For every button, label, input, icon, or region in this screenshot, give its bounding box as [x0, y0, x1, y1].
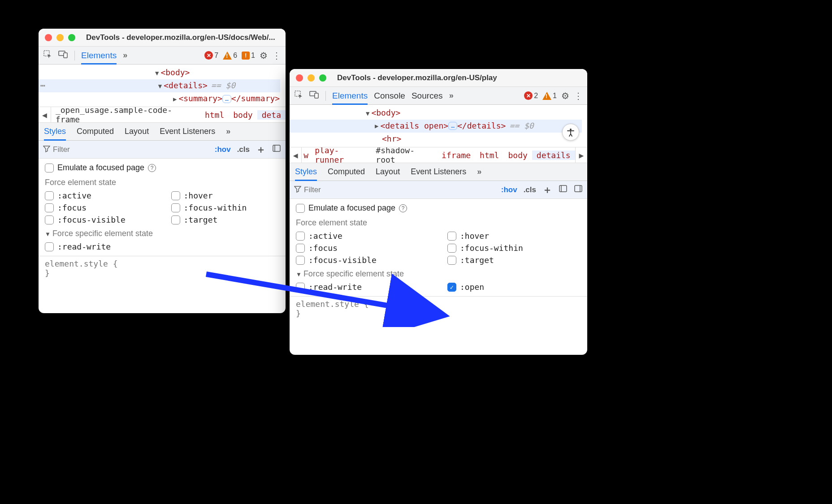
minimize-window-button[interactable] — [308, 74, 315, 82]
settings-icon[interactable]: ⚙ — [561, 90, 569, 101]
state-hover[interactable]: :hover — [447, 231, 581, 241]
breadcrumb-html[interactable]: html — [475, 151, 503, 160]
subtab-listeners[interactable]: Event Listeners — [411, 167, 466, 177]
expand-icon[interactable]: ▼ — [366, 110, 369, 117]
hov-button[interactable]: :hov — [215, 145, 231, 154]
dom-selected-row[interactable]: ▶<details open>…</details>== $0 — [290, 120, 582, 133]
tab-sources[interactable]: Sources — [412, 91, 443, 101]
state-focus-visible[interactable]: :focus-visible — [296, 255, 429, 265]
dom-tree[interactable]: ▼<body> ▶<details open>…</details>== $0 … — [290, 105, 587, 147]
breadcrumb-details[interactable]: details — [532, 151, 575, 160]
cls-button[interactable]: .cls — [237, 145, 250, 154]
device-toolbar-icon[interactable] — [309, 90, 319, 101]
warnings-badge[interactable]: 6 — [223, 52, 237, 60]
breadcrumb-item[interactable]: w — [302, 151, 310, 160]
breadcrumb-shadow-root[interactable]: #shadow-root — [371, 147, 437, 163]
emulate-focused-checkbox[interactable] — [296, 204, 305, 213]
inspect-element-icon[interactable] — [43, 50, 52, 61]
checkbox[interactable] — [296, 256, 305, 265]
cls-button[interactable]: .cls — [524, 185, 536, 194]
more-tabs-button[interactable]: » — [123, 51, 127, 60]
breadcrumb-details[interactable]: deta — [257, 110, 286, 120]
subtab-layout[interactable]: Layout — [125, 127, 149, 136]
inspect-element-icon[interactable] — [294, 90, 303, 101]
emulate-focused-checkbox[interactable] — [45, 164, 54, 172]
collapse-icon[interactable]: ▼ — [45, 231, 51, 237]
issues-badge[interactable]: !1 — [242, 52, 255, 60]
errors-badge[interactable]: ✕2 — [524, 91, 538, 100]
settings-icon[interactable]: ⚙ — [260, 50, 268, 61]
help-icon[interactable]: ? — [148, 164, 156, 172]
checkbox[interactable] — [447, 256, 456, 265]
filter-input[interactable] — [50, 145, 215, 154]
collapse-icon[interactable]: ▼ — [296, 271, 302, 278]
checkbox[interactable] — [45, 191, 54, 200]
new-rule-icon[interactable]: ＋ — [542, 183, 552, 197]
hov-button[interactable]: :hov — [501, 185, 517, 194]
filter-input[interactable] — [301, 185, 501, 194]
dom-selected-row[interactable]: ⋯ ▼<details>== $0 — [39, 79, 280, 92]
breadcrumb-play-runner[interactable]: play-runner — [310, 147, 371, 163]
state-focus-within[interactable]: :focus-within — [171, 203, 280, 212]
breadcrumb-body[interactable]: body — [503, 151, 532, 160]
state-active[interactable]: :active — [45, 191, 153, 200]
breadcrumb-html[interactable]: html — [200, 110, 229, 120]
state-target[interactable]: :target — [171, 215, 280, 224]
more-subtabs[interactable]: » — [226, 127, 230, 136]
breadcrumb-prev[interactable]: ◀ — [290, 147, 302, 163]
state-active[interactable]: :active — [296, 231, 429, 241]
state-read-write[interactable]: :read-write — [296, 282, 429, 292]
subtab-styles[interactable]: Styles — [295, 167, 317, 181]
more-subtabs[interactable]: » — [477, 167, 481, 177]
maximize-window-button[interactable] — [68, 34, 75, 41]
subtab-styles[interactable]: Styles — [44, 127, 66, 141]
subtab-layout[interactable]: Layout — [376, 167, 400, 177]
state-focus-visible[interactable]: :focus-visible — [45, 215, 153, 224]
force-specific-state-heading[interactable]: ▼Force specific element state — [296, 269, 581, 279]
breadcrumb-item[interactable]: _open_usage.sample-code-frame — [51, 107, 200, 123]
minimize-window-button[interactable] — [56, 34, 64, 41]
force-specific-state-heading[interactable]: ▼Force specific element state — [45, 229, 279, 238]
menu-icon[interactable]: ⋮ — [272, 50, 281, 61]
menu-icon[interactable]: ⋮ — [574, 90, 583, 101]
subtab-computed[interactable]: Computed — [77, 127, 114, 136]
subtab-computed[interactable]: Computed — [328, 167, 365, 177]
breadcrumb-next[interactable]: ▶ — [575, 147, 587, 163]
tab-elements[interactable]: Elements — [81, 51, 117, 65]
breadcrumb-body[interactable]: body — [229, 110, 257, 120]
subtab-listeners[interactable]: Event Listeners — [160, 127, 215, 136]
dom-tree[interactable]: ▼<body> ⋯ ▼<details>== $0 ▶<summary>…</s… — [39, 65, 286, 107]
state-target[interactable]: :target — [447, 255, 581, 265]
errors-badge[interactable]: ✕7 — [204, 51, 218, 60]
expand-icon[interactable]: ▼ — [158, 82, 162, 90]
expand-icon[interactable]: ▶ — [375, 121, 378, 131]
checkbox[interactable] — [45, 215, 54, 224]
checkbox[interactable] — [296, 283, 305, 292]
state-hover[interactable]: :hover — [171, 191, 280, 200]
computed-toggle-icon[interactable] — [272, 144, 281, 155]
expand-icon[interactable]: ▶ — [173, 95, 177, 103]
tab-elements[interactable]: Elements — [332, 91, 368, 105]
tab-console[interactable]: Console — [374, 91, 405, 101]
close-window-button[interactable] — [296, 74, 303, 82]
checkbox[interactable] — [45, 203, 54, 212]
state-focus-within[interactable]: :focus-within — [447, 243, 581, 253]
breadcrumb-prev[interactable]: ◀ — [39, 107, 51, 122]
checkbox-checked[interactable]: ✓ — [447, 283, 456, 292]
checkbox[interactable] — [447, 232, 456, 241]
accessibility-button[interactable] — [562, 124, 579, 141]
device-toolbar-icon[interactable] — [58, 50, 68, 60]
element-style-open[interactable]: element.style { — [296, 299, 581, 309]
state-read-write[interactable]: :read-write — [45, 242, 153, 251]
checkbox[interactable] — [296, 244, 305, 253]
state-focus[interactable]: :focus — [296, 243, 429, 253]
new-rule-icon[interactable]: ＋ — [256, 143, 266, 156]
collapsed-pill[interactable]: … — [448, 122, 457, 130]
panel-toggle-icon[interactable] — [574, 184, 583, 195]
element-style-open[interactable]: element.style { — [45, 259, 279, 268]
computed-toggle-icon[interactable] — [559, 184, 568, 195]
checkbox[interactable] — [447, 244, 456, 253]
checkbox[interactable] — [171, 215, 180, 224]
more-tabs-button[interactable]: » — [449, 91, 454, 100]
collapsed-pill[interactable]: … — [222, 95, 231, 103]
